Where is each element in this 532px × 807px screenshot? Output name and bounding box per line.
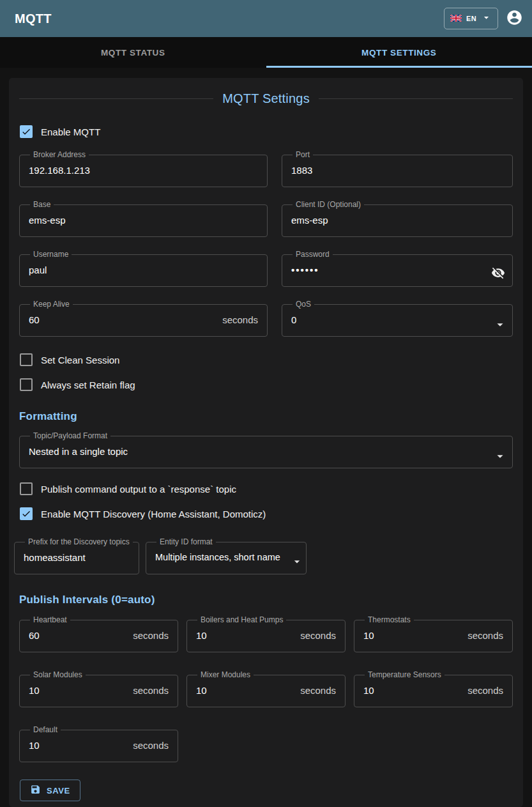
field-value: •••••• xyxy=(291,265,319,275)
unit-adornment: seconds xyxy=(462,630,503,641)
field-value: ems-esp xyxy=(291,215,328,226)
field-label: Port xyxy=(293,151,313,159)
checkbox-label: Publish command output to a `response` t… xyxy=(41,484,236,495)
checkbox-icon xyxy=(20,507,33,520)
field-label: Thermostats xyxy=(365,616,414,624)
checkbox-label: Enable MQTT Discovery (Home Assistant, D… xyxy=(41,509,266,519)
save-button[interactable]: SAVE xyxy=(20,780,80,801)
keep-alive-field[interactable]: Keep Alive 60 seconds xyxy=(19,300,268,337)
entity-id-format-select[interactable]: Entity ID format Multiple instances, sho… xyxy=(146,538,307,574)
language-selector-button[interactable]: EN xyxy=(444,8,498,29)
divider xyxy=(319,98,513,99)
field-label: Topic/Payload Format xyxy=(30,432,110,440)
heartbeat-interval-field[interactable]: Heartbeat 60 seconds xyxy=(19,616,178,652)
field-value: 60 xyxy=(29,630,40,641)
panel-heading-text: MQTT Settings xyxy=(222,91,310,106)
chevron-down-icon xyxy=(493,318,507,334)
publish-response-checkbox[interactable]: Publish command output to a `response` t… xyxy=(20,482,513,495)
field-label: Prefix for the Discovery topics xyxy=(25,538,133,546)
mqtt-discovery-checkbox[interactable]: Enable MQTT Discovery (Home Assistant, D… xyxy=(20,507,513,520)
visibility-off-icon[interactable] xyxy=(491,266,505,282)
checkbox-icon xyxy=(20,378,33,391)
checkbox-icon xyxy=(20,125,33,138)
checkbox-icon xyxy=(20,353,33,366)
field-value: 10 xyxy=(29,685,40,696)
chevron-down-icon xyxy=(481,12,492,25)
field-label: QoS xyxy=(293,300,314,309)
solar-interval-field[interactable]: Solar Modules 10 seconds xyxy=(19,671,178,707)
username-field[interactable]: Username paul xyxy=(19,250,268,287)
field-label: Default xyxy=(30,726,61,734)
app-bar: MQTT EN xyxy=(0,0,532,37)
checkbox-label: Enable MQTT xyxy=(41,127,100,137)
field-label: Keep Alive xyxy=(30,300,73,309)
field-label: Solar Modules xyxy=(30,671,86,679)
unit-adornment: seconds xyxy=(295,630,336,641)
field-value: 10 xyxy=(363,685,374,696)
unit-adornment: seconds xyxy=(217,314,258,325)
chevron-down-icon xyxy=(291,555,303,571)
unit-adornment: seconds xyxy=(128,630,169,641)
field-value: homeassistant xyxy=(24,552,86,563)
tab-bar: MQTT STATUS MQTT SETTINGS xyxy=(0,37,532,68)
clean-session-checkbox[interactable]: Set Clean Session xyxy=(20,353,513,366)
retain-flag-checkbox[interactable]: Always set Retain flag xyxy=(20,378,513,391)
uk-flag-icon xyxy=(450,14,462,24)
select-value: Nested in a single topic xyxy=(29,446,128,457)
select-value: 0 xyxy=(291,314,296,325)
save-floppy-icon xyxy=(30,784,41,797)
language-label: EN xyxy=(466,15,476,22)
broker-address-field[interactable]: Broker Address 192.168.1.213 xyxy=(19,151,268,187)
save-button-label: SAVE xyxy=(47,786,70,795)
publish-intervals-heading: Publish Intervals (0=auto) xyxy=(19,594,513,606)
field-label: Base xyxy=(30,201,54,209)
temperature-interval-field[interactable]: Temperature Sensors 10 seconds xyxy=(354,671,513,707)
field-value: 60 xyxy=(29,314,40,325)
mixer-interval-field[interactable]: Mixer Modules 10 seconds xyxy=(186,671,346,707)
page-title: MQTT xyxy=(15,12,52,26)
unit-adornment: seconds xyxy=(128,685,169,696)
field-label: Temperature Sensors xyxy=(365,671,445,679)
select-value: Multiple instances, short name xyxy=(155,552,280,562)
field-label: Username xyxy=(30,250,72,259)
tab-label: MQTT SETTINGS xyxy=(361,48,436,58)
tab-mqtt-status[interactable]: MQTT STATUS xyxy=(0,37,266,68)
unit-adornment: seconds xyxy=(295,685,336,696)
boilers-interval-field[interactable]: Boilers and Heat Pumps 10 seconds xyxy=(186,616,346,652)
password-field[interactable]: Password •••••• xyxy=(282,250,513,287)
client-id-field[interactable]: Client ID (Optional) ems-esp xyxy=(282,201,513,237)
field-value: 1883 xyxy=(291,165,312,176)
account-circle-icon xyxy=(506,9,523,28)
base-field[interactable]: Base ems-esp xyxy=(19,201,268,237)
field-value: 10 xyxy=(196,685,207,696)
field-value: 192.168.1.213 xyxy=(29,165,90,176)
tab-mqtt-settings[interactable]: MQTT SETTINGS xyxy=(266,37,532,68)
tab-label: MQTT STATUS xyxy=(101,48,165,58)
discovery-prefix-field[interactable]: Prefix for the Discovery topics homeassi… xyxy=(14,538,139,574)
unit-adornment: seconds xyxy=(128,740,169,751)
field-label: Boilers and Heat Pumps xyxy=(197,616,286,624)
qos-select[interactable]: QoS 0 xyxy=(282,300,513,337)
default-interval-field[interactable]: Default 10 seconds xyxy=(19,726,178,762)
field-label: Heartbeat xyxy=(30,616,70,624)
checkbox-label: Always set Retain flag xyxy=(41,380,135,390)
port-field[interactable]: Port 1883 xyxy=(282,151,513,187)
unit-adornment: seconds xyxy=(462,685,503,696)
formatting-heading: Formatting xyxy=(19,410,513,423)
mqtt-settings-panel: MQTT Settings Enable MQTT Broker Address… xyxy=(9,78,523,807)
chevron-down-icon xyxy=(493,449,507,466)
thermostats-interval-field[interactable]: Thermostats 10 seconds xyxy=(354,616,513,652)
field-value: ems-esp xyxy=(29,215,66,226)
field-label: Entity ID format xyxy=(156,538,216,546)
topic-payload-format-select[interactable]: Topic/Payload Format Nested in a single … xyxy=(19,432,513,468)
field-value: paul xyxy=(29,265,47,275)
divider xyxy=(19,98,213,99)
enable-mqtt-checkbox[interactable]: Enable MQTT xyxy=(20,125,513,138)
field-value: 10 xyxy=(29,740,40,751)
field-label: Mixer Modules xyxy=(197,671,254,679)
field-label: Client ID (Optional) xyxy=(293,201,364,209)
checkbox-icon xyxy=(20,482,33,495)
account-button[interactable] xyxy=(506,9,523,28)
field-value: 10 xyxy=(363,630,374,641)
field-label: Password xyxy=(293,250,333,259)
